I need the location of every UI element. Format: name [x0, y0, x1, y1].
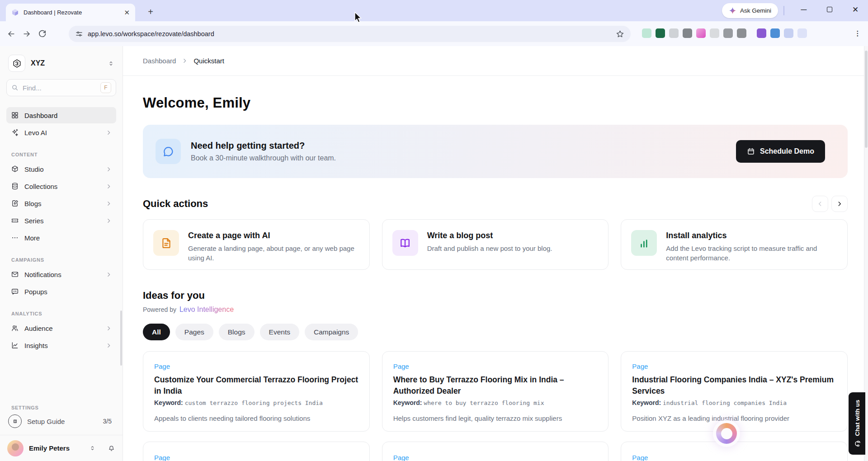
- idea-keyword-line: Keyword: where to buy terrazzo flooring …: [393, 399, 598, 406]
- loading-spinner: [716, 423, 737, 444]
- quick-action-blog-card[interactable]: Write a blog post Draft and publish a ne…: [382, 219, 609, 270]
- browser-tab-strip: Dashboard | Rezovate ✕ + Ask Gemini ─ ✕: [0, 0, 868, 21]
- page-document-icon: [153, 230, 179, 256]
- quick-action-create-page-card[interactable]: Create a page with AI Generate a landing…: [143, 219, 370, 270]
- bell-icon[interactable]: [108, 444, 115, 452]
- idea-description: Appeals to clients needing tailored floo…: [154, 414, 359, 422]
- sidebar-item-label: Dashboard: [24, 112, 112, 119]
- sidebar-item-dashboard[interactable]: Dashboard: [6, 107, 116, 123]
- sidebar-item-studio[interactable]: Studio: [6, 161, 116, 177]
- ideas-filter-tabs: All Pages Blogs Events Campaigns: [143, 324, 848, 340]
- site-settings-icon[interactable]: [75, 30, 83, 38]
- sidebar-search-input[interactable]: Find... F: [6, 79, 116, 96]
- workspace-expand-icon[interactable]: [108, 60, 114, 67]
- sidebar-item-series[interactable]: Series: [6, 212, 116, 229]
- sidebar-section-analytics: ANALYTICS: [11, 311, 123, 316]
- extension-icon[interactable]: [797, 28, 807, 38]
- quick-action-analytics-card[interactable]: Install analytics Add the Levo tracking …: [621, 219, 848, 270]
- idea-card[interactable]: Page Customize Your Commercial Terrazzo …: [143, 351, 370, 432]
- forward-button[interactable]: [19, 26, 34, 42]
- breadcrumb-chevron-icon: [182, 58, 188, 64]
- extension-icon[interactable]: [757, 28, 766, 38]
- extension-icon[interactable]: [642, 28, 651, 38]
- sidebar-item-label: Collections: [24, 183, 100, 190]
- ask-gemini-button[interactable]: Ask Gemini: [722, 3, 778, 18]
- schedule-demo-label: Schedule Demo: [760, 147, 814, 155]
- sidebar-item-levo-ai[interactable]: Levo AI: [6, 124, 116, 141]
- workspace-switcher[interactable]: XYZ: [6, 54, 116, 72]
- setup-guide-button[interactable]: Setup Guide 3/5: [5, 411, 117, 431]
- document-pen-icon: [11, 199, 19, 207]
- extension-icon[interactable]: [683, 28, 692, 38]
- extension-icon[interactable]: [669, 28, 679, 38]
- browser-tab[interactable]: Dashboard | Rezovate ✕: [6, 4, 135, 21]
- setup-guide-label: Setup Guide: [27, 418, 98, 425]
- sidebar-item-label: Popups: [24, 288, 112, 296]
- quick-actions-heading: Quick actions: [143, 198, 208, 210]
- main-content: Dashboard Quickstart Welcome, Emily Need…: [123, 46, 868, 461]
- window-maximize-button[interactable]: [819, 0, 840, 19]
- extension-icon[interactable]: [656, 28, 665, 38]
- sidebar-item-label: Audience: [24, 325, 100, 332]
- banner-title: Need help getting started?: [191, 141, 336, 151]
- idea-tag: Page: [393, 362, 598, 370]
- sidebar-section-settings: SETTINGS: [11, 405, 123, 410]
- sidebar-item-collections[interactable]: Collections: [6, 178, 116, 194]
- idea-card[interactable]: Page: [621, 442, 848, 461]
- breadcrumb-current: Quickstart: [193, 57, 224, 65]
- window-minimize-button[interactable]: ─: [793, 0, 814, 19]
- quick-action-description: Add the Levo tracking script to measure …: [666, 244, 837, 263]
- idea-title: Industrial Flooring Companies India – XY…: [632, 374, 836, 397]
- sidebar-item-label: Levo AI: [24, 129, 100, 136]
- sidebar-item-label: Blogs: [24, 200, 100, 207]
- chevron-right-icon: [106, 201, 112, 207]
- schedule-demo-button[interactable]: Schedule Demo: [736, 140, 825, 163]
- window-close-button[interactable]: ✕: [845, 0, 866, 19]
- tab-close-icon[interactable]: ✕: [124, 9, 130, 16]
- idea-card[interactable]: Page Where to Buy Terrazzo Flooring Mix …: [382, 351, 609, 432]
- extension-icon[interactable]: [710, 28, 719, 38]
- carousel-next-button[interactable]: [831, 196, 848, 212]
- sidebar-item-popups[interactable]: Popups: [6, 283, 116, 300]
- extension-icon[interactable]: [723, 28, 733, 38]
- new-tab-button[interactable]: +: [144, 5, 157, 19]
- setup-guide-progress: 3/5: [103, 418, 112, 425]
- filter-tab-campaigns[interactable]: Campaigns: [305, 324, 358, 340]
- browser-menu-icon[interactable]: ⋮: [852, 28, 863, 39]
- extension-icon[interactable]: [784, 28, 793, 38]
- sidebar-item-insights[interactable]: Insights: [6, 337, 116, 353]
- sidebar-item-blogs[interactable]: Blogs: [6, 195, 116, 212]
- extension-icon[interactable]: [696, 28, 706, 38]
- carousel-prev-button[interactable]: [812, 196, 828, 212]
- sidebar: XYZ Find... F Dashboard Levo AI: [0, 46, 123, 461]
- mail-icon: [11, 270, 19, 278]
- bookmark-star-icon[interactable]: [616, 30, 624, 38]
- reload-button[interactable]: [34, 26, 50, 42]
- filter-tab-all[interactable]: All: [143, 324, 170, 340]
- idea-tag: Page: [393, 454, 598, 461]
- idea-card[interactable]: Page Industrial Flooring Companies India…: [621, 351, 848, 432]
- back-button[interactable]: [4, 26, 19, 42]
- sidebar-item-label: Insights: [24, 342, 100, 349]
- url-text[interactable]: app.levo.so/workspace/rezovate/dashboard: [88, 30, 611, 38]
- profile-menu[interactable]: Emily Peters: [0, 435, 123, 461]
- idea-card[interactable]: Page: [143, 442, 370, 461]
- breadcrumb-parent-link[interactable]: Dashboard: [143, 57, 176, 65]
- address-bar[interactable]: app.levo.so/workspace/rezovate/dashboard: [69, 26, 631, 42]
- page-scrollbar-thumb[interactable]: [865, 51, 868, 148]
- sidebar-item-audience[interactable]: Audience: [6, 320, 116, 336]
- database-icon: [11, 182, 19, 190]
- headset-icon: [854, 440, 861, 447]
- idea-card[interactable]: Page: [382, 442, 609, 461]
- filter-tab-blogs[interactable]: Blogs: [219, 324, 255, 340]
- filter-tab-pages[interactable]: Pages: [175, 324, 213, 340]
- sidebar-scrollbar[interactable]: [120, 310, 122, 366]
- chat-with-us-tab[interactable]: Chat with us: [849, 392, 865, 455]
- sidebar-item-more[interactable]: More: [6, 230, 116, 246]
- extension-icon[interactable]: [737, 28, 746, 38]
- filter-tab-events[interactable]: Events: [260, 324, 299, 340]
- extension-icon[interactable]: [770, 28, 780, 38]
- sidebar-item-notifications[interactable]: Notifications: [6, 266, 116, 282]
- profile-expand-icon[interactable]: [89, 445, 96, 452]
- quick-action-description: Generate a landing page, about page, or …: [188, 244, 359, 263]
